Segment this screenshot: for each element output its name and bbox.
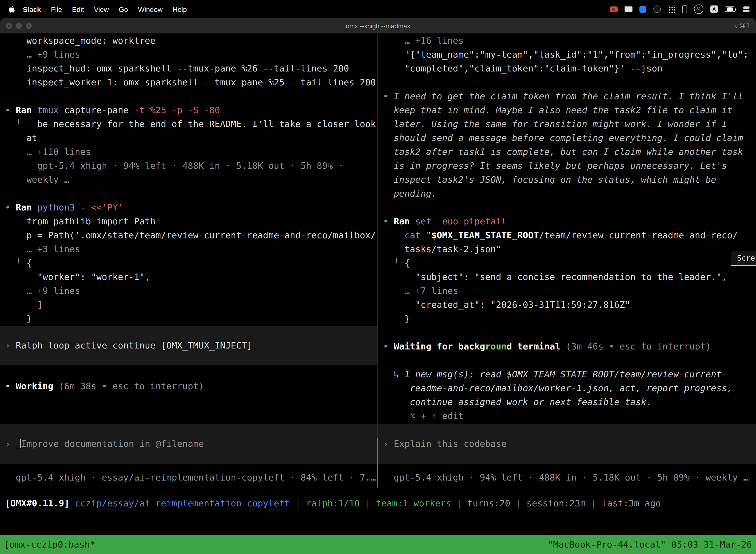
menu-help[interactable]: Help <box>168 5 192 13</box>
terminal-line: └ be necessary for the end of the README… <box>0 117 377 131</box>
tmux-host-clock: "MacBook-Pro-44.local" 05:03 31-Mar-26 <box>548 535 752 554</box>
terminal-line: tasks/task-2.json" <box>378 242 756 256</box>
terminal-line: "created_at": "2026-03-31T11:59:27.816Z" <box>378 298 756 312</box>
terminal-line: inspect_worker-1: omx sparkshell --tmux-… <box>0 75 377 89</box>
terminal-line <box>0 187 377 201</box>
window-shortcut-hint: ⌥⌘1 <box>732 22 750 30</box>
terminal-line: • Ran set -euo pipefail <box>378 214 756 228</box>
terminal-line: • Ran python3 - <<'PY' <box>0 201 377 214</box>
terminal-line: inspect task2's JSON, focusing on the st… <box>378 173 756 187</box>
terminal-line <box>0 89 377 103</box>
terminal-line: inspect_hud: omx sparkshell --tmux-pane … <box>0 62 377 75</box>
tmux-session-info: [omx-cczip0:bash* <box>4 535 95 554</box>
terminal-line: … +16 lines <box>378 34 756 48</box>
terminal-line: ⌥ + ↑ edit <box>378 409 756 423</box>
terminal-line: • I need to get the claim token from the… <box>378 89 756 103</box>
control-center-icon[interactable] <box>742 6 750 13</box>
left-status-line: gpt-5.4 xhigh · essay/ai-reimplementatio… <box>0 470 377 485</box>
terminal-line: should send a message before completing … <box>378 131 756 145</box>
battery-icon[interactable] <box>725 6 735 12</box>
window-title: omx --xhigh --madmax <box>346 22 410 30</box>
apple-menu-icon[interactable] <box>9 6 15 13</box>
battery-percent-icon[interactable]: 61 <box>694 4 703 14</box>
terminal-panes: workspace_mode: worktree … +9 lines insp… <box>0 34 756 488</box>
ralph-loop-banner: › Ralph loop active continue [OMX_TMUX_I… <box>0 326 377 365</box>
terminal-line: pending. <box>378 187 756 201</box>
right-status-line: gpt-5.4 xhigh · 94% left · 488K in · 5.1… <box>378 470 756 485</box>
terminal-line: ↳ 1 new msg(s): read $OMX_TEAM_STATE_ROO… <box>378 367 756 381</box>
window-title-bar: × − + omx --xhigh --madmax ⌥⌘1 <box>0 18 756 34</box>
launchpad-icon[interactable] <box>668 5 675 13</box>
menu-bar: Slack File Edit View Go Window Help 61 A <box>0 0 756 18</box>
overlay-tooltip: Scre <box>731 251 756 266</box>
pane-divider-active-segment <box>377 438 378 488</box>
screen: Slack File Edit View Go Window Help 61 A… <box>0 0 756 554</box>
close-button[interactable]: × <box>6 23 12 29</box>
menu-go[interactable]: Go <box>114 5 133 13</box>
left-prompt-input[interactable]: › Improve documentation in @filename <box>0 424 377 464</box>
terminal-line <box>0 365 377 379</box>
left-spacer <box>0 393 377 424</box>
terminal-line: continue assigned work or next feasible … <box>378 395 756 409</box>
menu-window[interactable]: Window <box>133 5 168 13</box>
terminal-line: later. Using the same for transition mig… <box>378 117 756 131</box>
terminal-line: › Improve documentation in @filename <box>0 437 377 451</box>
terminal-line: [OMX#0.11.9] cczip/essay/ai-reimplementa… <box>0 496 756 510</box>
terminal-line <box>378 75 756 89</box>
minimize-button[interactable]: − <box>16 23 22 29</box>
terminal-line: } <box>378 312 756 326</box>
terminal-line: … +9 lines <box>0 284 377 298</box>
keyboard-icon[interactable] <box>625 6 632 12</box>
terminal-line: workspace_mode: worktree <box>0 34 377 48</box>
window-controls: × − + <box>6 18 32 33</box>
terminal-line: └ { <box>378 256 756 270</box>
terminal-line: } <box>0 312 377 326</box>
terminal-line <box>378 326 756 340</box>
app-status-icon[interactable] <box>682 5 687 13</box>
right-scrollback: … +16 lines '{"team_name":"my-team","tas… <box>378 34 756 423</box>
terminal-line: '{"team_name":"my-team","task_id":"1","f… <box>378 48 756 62</box>
tmux-status-bar: [omx-cczip0:bash* "MacBook-Pro-44.local"… <box>0 535 756 554</box>
terminal-line: from pathlib import Path <box>0 214 377 228</box>
terminal-line: "worker": "worker-1", <box>0 270 377 284</box>
pane-divider[interactable] <box>377 34 378 488</box>
terminal-line: readme-and-reco/mailbox/worker-1.json, a… <box>378 381 756 395</box>
menu-file[interactable]: File <box>46 5 67 13</box>
text-cursor <box>16 439 20 448</box>
terminal-line <box>378 201 756 214</box>
terminal-line: … +9 lines <box>0 48 377 62</box>
terminal-line: gpt-5.4 xhigh · essay/ai-reimplementatio… <box>0 470 377 485</box>
input-source-icon[interactable]: A <box>710 5 718 13</box>
terminal-line: task2 after task1 is complete, but can I… <box>378 145 756 159</box>
terminal-line: at <box>0 131 377 145</box>
terminal-line: └ { <box>0 256 377 270</box>
terminal-line: gpt-5.4 xhigh · 94% left · 488K in · 5.1… <box>0 159 377 173</box>
terminal-line: › Explain this codebase <box>378 437 756 451</box>
right-terminal-pane[interactable]: … +16 lines '{"team_name":"my-team","tas… <box>378 34 756 488</box>
terminal-line: gpt-5.4 xhigh · 94% left · 488K in · 5.1… <box>378 470 756 485</box>
terminal-line <box>378 353 756 367</box>
screen-recording-icon[interactable] <box>610 6 618 12</box>
menu-view[interactable]: View <box>89 5 114 13</box>
terminal-line: p = Path('.omx/state/team/review-current… <box>0 228 377 242</box>
left-scrollback: workspace_mode: worktree … +9 lines insp… <box>0 34 377 326</box>
terminal-line: • Ran tmux capture-pane -t %25 -p -S -80 <box>0 103 377 117</box>
left-working-status: • Working (6m 38s • esc to interrupt) <box>0 365 377 393</box>
terminal-line: • Waiting for background terminal (3m 46… <box>378 340 756 353</box>
terminal-line: "subject": "send a concise recommendatio… <box>378 270 756 284</box>
terminal-line: … +7 lines <box>378 284 756 298</box>
terminal-line: cat "$OMX_TEAM_STATE_ROOT/team/review-cu… <box>378 228 756 242</box>
menu-bar-status-area: 61 A <box>610 4 750 14</box>
dark-app-icon[interactable] <box>653 5 661 13</box>
right-prompt-input[interactable]: › Explain this codebase <box>378 424 756 464</box>
terminal-line: "completed","claim_token":"claim-token"}… <box>378 62 756 75</box>
active-app-name[interactable]: Slack <box>18 5 46 13</box>
left-terminal-pane[interactable]: workspace_mode: worktree … +9 lines insp… <box>0 34 377 488</box>
terminal-line: … +110 lines <box>0 145 377 159</box>
blue-app-icon[interactable] <box>639 6 646 13</box>
terminal-line: ] <box>0 298 377 312</box>
terminal-line: • Working (6m 38s • esc to interrupt) <box>0 379 377 393</box>
menu-edit[interactable]: Edit <box>67 5 89 13</box>
omx-status-bar: [OMX#0.11.9] cczip/essay/ai-reimplementa… <box>0 488 756 535</box>
zoom-button[interactable]: + <box>26 23 32 29</box>
